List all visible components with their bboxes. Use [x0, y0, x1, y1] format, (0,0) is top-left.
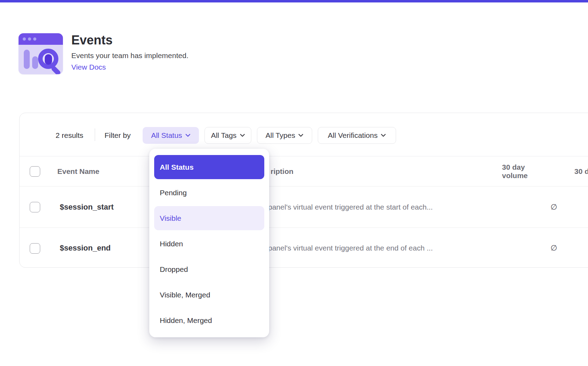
page-subtitle: Events your team has implemented. [71, 51, 188, 60]
dropdown-item-pending[interactable]: Pending [154, 181, 264, 205]
row-checkbox[interactable] [30, 243, 40, 254]
view-docs-link[interactable]: View Docs [71, 63, 106, 71]
row-checkbox[interactable] [30, 202, 40, 212]
magnifier-center-icon [45, 54, 52, 65]
filter-by-label: Filter by [105, 131, 131, 140]
dropdown-item-hidden-merged[interactable]: Hidden, Merged [154, 308, 264, 332]
browser-dot-icon [28, 37, 31, 41]
status-filter-dropdown: All Status Pending Visible Hidden Droppe… [149, 149, 269, 337]
dropdown-item-visible[interactable]: Visible [154, 206, 264, 230]
browser-dot-icon [23, 37, 26, 41]
table-row[interactable]: $session_start panel's virtual event tri… [20, 186, 588, 228]
top-accent-bar [0, 0, 588, 2]
page-title: Events [71, 33, 113, 48]
events-page-icon [19, 33, 63, 74]
chevron-down-icon [185, 134, 191, 137]
filter-button-label: All Status [151, 131, 182, 140]
chart-bar-icon [24, 50, 30, 69]
table-header-row: Event Name ription 30 day volume 30 d [20, 156, 588, 186]
chart-bar-icon [32, 56, 38, 69]
column-header-30-day-volume: 30 day volume [502, 156, 550, 186]
filter-button-label: All Tags [211, 131, 236, 140]
volume-cell: ∅ [533, 186, 557, 227]
event-name-cell[interactable]: $session_end [60, 228, 111, 268]
events-card: 2 results Filter by All Status All Tags … [19, 113, 588, 268]
filter-button-verifications[interactable]: All Verifications [318, 127, 396, 144]
event-description-cell: panel's virtual event triggered at the s… [268, 186, 433, 227]
filter-button-types[interactable]: All Types [257, 127, 312, 144]
filter-button-label: All Verifications [328, 131, 378, 140]
toolbar-divider [95, 128, 95, 141]
events-page: { "page": { "title": "Events", "subtitle… [0, 0, 588, 366]
column-header-event-name: Event Name [57, 156, 99, 186]
select-all-checkbox[interactable] [30, 166, 40, 177]
chevron-down-icon [381, 134, 386, 137]
dropdown-item-all-status[interactable]: All Status [154, 155, 264, 179]
event-name-cell[interactable]: $session_start [60, 186, 114, 227]
volume-cell: ∅ [533, 228, 557, 268]
chevron-down-icon [240, 134, 245, 137]
filter-button-label: All Types [266, 131, 295, 140]
table-row[interactable]: $session_end panel's virtual event trigg… [20, 228, 588, 268]
dropdown-item-hidden[interactable]: Hidden [154, 232, 264, 256]
column-header-clipped: 30 d [574, 156, 588, 186]
dropdown-item-visible-merged[interactable]: Visible, Merged [154, 283, 264, 307]
results-count: 2 results [56, 131, 83, 140]
browser-dot-icon [33, 37, 36, 41]
chevron-down-icon [298, 134, 303, 137]
event-description-cell: panel's virtual event triggered at the e… [268, 228, 433, 268]
dropdown-item-dropped[interactable]: Dropped [154, 257, 264, 281]
column-header-description: ription [271, 156, 293, 186]
filter-button-tags[interactable]: All Tags [205, 127, 251, 144]
filter-button-status[interactable]: All Status [143, 127, 199, 144]
